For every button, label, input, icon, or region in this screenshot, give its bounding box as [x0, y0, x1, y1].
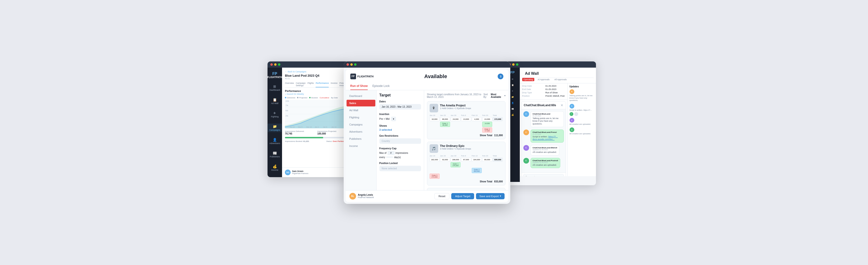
modal-sidebar: Dashboard Sales Ad Wall Flighting Campai… [346, 90, 376, 190]
left-nav-income[interactable]: 💰Income [268, 164, 282, 172]
update-2: C Script is written. https://7... ✓ [569, 104, 594, 116]
tab-performance[interactable]: Performance [316, 81, 329, 87]
amelia-orders: Order 185,000 14,000 [430, 122, 503, 127]
ordinary-meta: 3 Hold Orders • 3 Episode Drops [440, 148, 503, 150]
date-range-picker[interactable]: Jan 16, 2023 - Mar 13, 2023 [379, 104, 421, 110]
amelia-name: The Amelia Project [440, 104, 503, 107]
window-expand-dot [278, 63, 280, 66]
ordinary-total-row: Show Total 833,000 [430, 180, 503, 183]
left-nav-adwall[interactable]: 📋Ad Wall [268, 97, 282, 106]
chat-message-1: C ChatChat:BlueLand 01-25-2023 Talking p… [523, 111, 564, 127]
shows-header: Showing target conditions from January 1… [427, 93, 505, 98]
sidebar-item-campaigns[interactable]: Campaigns [346, 121, 375, 128]
chat-bubble-3: ChatChat:BlueLand:Midroll Updated 01-06-… [530, 145, 560, 155]
sound-on-label: ♪ Sound On Weekly [285, 93, 348, 95]
user-avatar: SG [285, 170, 290, 175]
ordinary-order2: Order 2263,500 [430, 168, 503, 173]
right-window-controls [505, 61, 596, 68]
stat-projected: Impressions Projected: 100,000 [317, 130, 348, 135]
adwall-tabs: Operating Al Approvals All Approvals [522, 78, 594, 81]
footer-user-name: Angela Lewis [358, 194, 374, 196]
reset-button[interactable]: Reset [434, 193, 450, 199]
geo-input[interactable]: Country [379, 138, 421, 144]
chat-input[interactable] [523, 174, 564, 176]
left-nav-fighting[interactable]: ✈Fighting [268, 110, 282, 119]
campaign-tabs: Overview Campaign Settings Flights Perfo… [285, 81, 348, 88]
tab-flights[interactable]: Flights [308, 81, 314, 87]
tab-overview[interactable]: Overview [285, 81, 294, 87]
booked-label: Impressions Booked: 61,221 [285, 140, 309, 142]
sort-value[interactable]: Most Available [491, 93, 503, 98]
progress-bar [285, 137, 348, 138]
right-main-content: Ad Wall Operating Al Approvals All Appro… [520, 68, 596, 182]
sidebar-item-income[interactable]: Income [346, 143, 375, 149]
badge-count: 3 [498, 73, 503, 79]
tab-al-approvals[interactable]: Al Approvals [536, 78, 551, 81]
stat-delivered: Impressions Delivered: 70,745 [285, 130, 315, 135]
legend-by-date[interactable]: By Date [331, 97, 338, 99]
left-nav-campaigns[interactable]: 📁Campaigns [268, 124, 282, 132]
sidebar-item-dashboard[interactable]: Dashboard [346, 93, 375, 99]
left-dashboard-panel: FPFLIGHTPATH ⊞Dashboard 📋Ad Wall ✈Fighti… [268, 61, 348, 177]
chat-close-icon[interactable]: ✕ [560, 103, 563, 107]
tab-run-of-show[interactable]: Run of Show [350, 82, 368, 90]
sidebar-item-advertisers[interactable]: Advertisers [346, 128, 375, 135]
position-locked-input[interactable]: None selected [379, 166, 421, 171]
sidebar-item-sales[interactable]: Sales [346, 100, 375, 107]
left-nav-publishers[interactable]: 📰Publishers [268, 150, 282, 159]
back-to-campaigns-link[interactable]: ← Back to Campaigns [285, 70, 348, 73]
legend-projected: Projected [297, 97, 307, 99]
updates-panel: Updates A Talking points are in, let me … [567, 83, 596, 176]
tab-operating[interactable]: Operating [522, 78, 534, 81]
shows-selected[interactable]: 3 selected [379, 128, 421, 131]
chat-message-4: C ChatChat:BlueLand:Postroll Updated 01-… [523, 158, 564, 168]
freq-number-input[interactable]: # [388, 151, 395, 155]
right-minimize-dot [512, 63, 515, 66]
target-title: Target [379, 93, 421, 97]
ordinary-values: 182,000 92,000 188,000 87,000 184,000 89… [430, 158, 503, 162]
right-logo: FP [510, 70, 515, 74]
filter-frequency: Frequency Cap Max of # impressions every… [379, 147, 421, 158]
sidebar-item-publishers[interactable]: Publishers [346, 136, 375, 142]
ordinary-orders: Order 1275,000 [430, 162, 503, 167]
freq-days-input[interactable] [386, 156, 393, 158]
insertion-dropdown[interactable]: ▾ [391, 117, 396, 121]
modal-header: FP FLIGHTPATH Available 3 Run of Show Ep… [346, 69, 508, 90]
amelia-values: 16,000 86,000 24,000 13,000 4,000 13,000… [430, 117, 503, 121]
modal-body: Dashboard Sales Ad Wall Flighting Campai… [346, 90, 508, 190]
footer-user-role: PodPod Network [358, 196, 374, 199]
filter-insertion: Insertion Pre + Mid ▾ [379, 113, 421, 121]
sidebar-item-flighting[interactable]: Flighting [346, 114, 375, 121]
left-window-controls [268, 61, 348, 68]
tab-invoice[interactable]: Invoice [331, 81, 338, 87]
chat-header: ChatChat:BlueLand:60s ✕ [522, 101, 566, 109]
campaign-title: Blue Land Pod 2023 Q4 [285, 74, 348, 78]
amelia-meta: 1 Hold Orders • 2 Episode Drops [440, 107, 503, 110]
adwall-title: Ad Wall [522, 69, 594, 78]
right-header: Ad Wall Operating Al Approvals All Appro… [520, 68, 596, 83]
left-nav-advertisers[interactable]: 👤Advertisers [268, 137, 282, 145]
tab-episode-lock[interactable]: Episode Lock [372, 82, 390, 90]
left-main-content: ← Back to Campaigns Blue Land Pod 2023 Q… [282, 68, 348, 167]
show-card-amelia: 🎙 The Amelia Project 1 Hold Orders • 2 E… [427, 101, 505, 139]
user-info-row: SG Sam Green FlightPath Partners [282, 167, 348, 177]
modal-minimize-dot [350, 63, 353, 66]
chat-avatar-2: C [523, 129, 529, 135]
chat-avatar-1: C [523, 111, 529, 117]
save-export-button[interactable]: Save and Export ▾ [476, 193, 504, 199]
chat-message-2: C ChatChat:BlueLand:Prenci 01-25-2023 Sc… [523, 129, 564, 143]
update-check-1: ✓ [569, 112, 574, 116]
sidebar-item-adwall[interactable]: Ad Wall [346, 107, 375, 114]
footer-user-avatar: AL [349, 193, 356, 200]
freq-cap-row: Max of # impressions [379, 151, 421, 155]
filter-position: Position Locked None selected [379, 162, 421, 171]
update-3: C All creative are uploaded. [569, 118, 594, 125]
adjust-target-button[interactable]: Adjust Target [451, 193, 474, 199]
tab-campaign-settings[interactable]: Campaign Settings [296, 81, 306, 87]
tab-all-approvals[interactable]: All Approvals [553, 78, 568, 81]
shows-list: Showing target conditions from January 1… [424, 90, 508, 190]
ordinary-grid-header: Jan 16Jan 23Jan 30Feb 6Feb 13Feb 20Total [430, 155, 503, 157]
update-check-2 [574, 112, 578, 116]
legend-cumulative[interactable]: Cumulative [320, 97, 329, 99]
left-nav-dashboard[interactable]: ⊞Dashboard [268, 84, 282, 92]
